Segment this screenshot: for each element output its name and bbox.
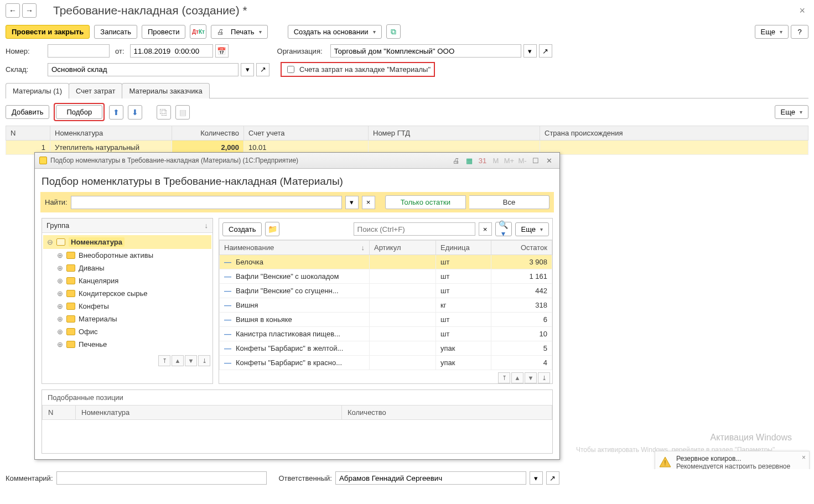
date-input[interactable] [130,44,213,58]
copy-button[interactable]: ⿻ [157,105,171,119]
forward-button[interactable]: → [22,3,37,18]
number-label: Номер: [6,47,45,55]
form-row-number: Номер: от: 📅 Организация: ▾ ↗ [0,42,814,60]
more-button[interactable]: Еще [755,25,789,39]
help-button[interactable]: ? [791,25,808,39]
from-label: от: [115,47,125,55]
title-bar: ← → Требование-накладная (создание) * × [0,0,814,21]
move-up-button[interactable]: ⬆ [109,105,123,119]
paste-button[interactable]: ▤ [175,105,190,119]
col-acc[interactable]: Счет учета [244,126,369,141]
print-label: Печать [231,28,255,36]
calendar-icon[interactable]: 📅 [215,44,229,58]
materials-toolbar: Добавить Подбор ⬆ ⬇ ⿻ ▤ Еще [0,98,814,126]
col-n[interactable]: N [6,126,50,141]
create-based-button[interactable]: Создать на основании [288,25,382,39]
org-input[interactable] [330,44,521,58]
pick-button[interactable]: Подбор [56,105,102,119]
related-icon[interactable]: ⧉ [386,24,401,39]
org-label: Организация: [277,47,328,55]
wh-label: Склад: [6,65,45,74]
col-country[interactable]: Страна происхождения [540,126,808,141]
number-input[interactable] [48,44,110,58]
wh-dropdown-button[interactable]: ▾ [241,63,254,76]
post-button[interactable]: Провести [142,25,186,39]
col-gtd[interactable]: Номер ГТД [369,126,540,141]
back-button[interactable]: ← [6,3,20,18]
write-button[interactable]: Записать [94,25,137,39]
cost-tab-label: Счета затрат на закладке "Материалы" [299,65,431,74]
col-nom[interactable]: Номенклатура [50,126,172,141]
materials-more-button[interactable]: Еще [775,105,808,119]
close-icon[interactable]: × [796,5,808,17]
cost-tab-checkbox[interactable] [287,66,294,73]
org-dropdown-button[interactable]: ▾ [523,44,537,58]
cell-country [540,141,808,155]
org-open-button[interactable]: ↗ [539,44,552,58]
tabs: Материалы (1) Счет затрат Материалы зака… [6,82,808,98]
tab-materials[interactable]: Материалы (1) [6,83,69,98]
page-title: Требование-накладная (создание) * [53,4,247,17]
print-button[interactable]: 🖨 Печать [211,25,267,39]
dtkt-button[interactable]: ДтКт [190,24,206,39]
col-qty[interactable]: Количество [172,126,244,141]
main-toolbar: Провести и закрыть Записать Провести ДтК… [0,21,814,42]
tab-customer-materials[interactable]: Материалы заказчика [122,83,209,98]
pick-button-highlight: Подбор [54,103,105,121]
wh-open-button[interactable]: ↗ [256,63,269,76]
cost-checkbox-highlight: Счета затрат на закладке "Материалы" [281,62,435,77]
move-down-button[interactable]: ⬇ [128,105,142,119]
add-button[interactable]: Добавить [6,105,49,119]
wh-input[interactable] [48,63,239,76]
pick-dialog: Подбор номенклатуры в Требование-накладн… [34,152,560,155]
dialog-titlebar[interactable]: Подбор номенклатуры в Требование-накладн… [35,153,559,155]
post-and-close-button[interactable]: Провести и закрыть [6,25,90,39]
form-row-warehouse: Склад: ▾ ↗ Счета затрат на закладке "Мат… [0,60,814,79]
materials-grid: N Номенклатура Количество Счет учета Ном… [6,126,808,155]
tab-cost-account[interactable]: Счет затрат [69,83,122,98]
